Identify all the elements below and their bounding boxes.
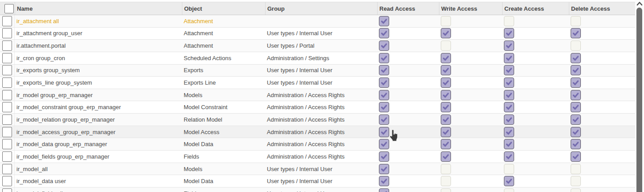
read-access-checkbox[interactable] — [379, 139, 389, 149]
read-access-checkbox[interactable] — [379, 188, 389, 192]
row-select-checkbox[interactable] — [2, 28, 12, 38]
write-access-checkbox[interactable] — [441, 53, 451, 63]
write-access-checkbox[interactable] — [441, 65, 451, 75]
write-access-checkbox[interactable] — [441, 139, 451, 149]
read-access-checkbox[interactable] — [379, 53, 389, 63]
delete-access-checkbox[interactable] — [571, 65, 581, 75]
column-header-create-access[interactable]: Create Access — [502, 2, 569, 15]
row-select-checkbox[interactable] — [2, 114, 12, 125]
read-access-checkbox[interactable] — [379, 78, 389, 88]
table-row[interactable]: ir_exports group_system Exports User typ… — [0, 65, 635, 77]
delete-access-checkbox[interactable] — [571, 102, 581, 112]
select-all-checkbox[interactable] — [4, 4, 14, 13]
table-row[interactable]: ir_model_access_group_erp_manager Model … — [0, 126, 635, 139]
read-access-checkbox[interactable] — [379, 151, 389, 162]
table-row[interactable]: ir_model_all Models User types / Interna… — [0, 163, 635, 176]
table-row[interactable]: ir_model_constraint group_erp_manager Mo… — [0, 101, 635, 114]
delete-access-checkbox[interactable] — [571, 188, 581, 192]
create-access-checkbox[interactable] — [504, 164, 514, 174]
write-access-checkbox[interactable] — [441, 127, 451, 137]
create-access-checkbox[interactable] — [504, 41, 514, 51]
table-row[interactable]: ir_cron group_cron Scheduled Actions Adm… — [0, 52, 635, 65]
delete-access-checkbox[interactable] — [571, 90, 581, 100]
read-access-checkbox[interactable] — [379, 65, 389, 75]
table-row[interactable]: ir_model_fields group_erp_manager Fields… — [0, 151, 635, 163]
delete-access-checkbox[interactable] — [571, 16, 581, 26]
table-row[interactable]: ir.attachment.portal Attachment User typ… — [0, 40, 635, 52]
row-select-checkbox[interactable] — [2, 188, 12, 192]
table-row[interactable]: ir_model_data user Model Data User types… — [0, 175, 635, 188]
column-header-delete-access[interactable]: Delete Access — [569, 2, 635, 15]
column-header-read-access[interactable]: Read Access — [377, 2, 439, 15]
write-access-checkbox[interactable] — [441, 151, 451, 162]
write-access-checkbox[interactable] — [441, 16, 451, 26]
create-access-checkbox[interactable] — [504, 28, 514, 38]
table-row[interactable]: ir_model_fields all Fields User types / … — [0, 188, 635, 192]
row-select-checkbox[interactable] — [2, 102, 12, 112]
create-access-checkbox[interactable] — [504, 78, 514, 88]
delete-access-checkbox[interactable] — [571, 28, 581, 38]
read-access-checkbox[interactable] — [379, 102, 389, 112]
write-access-checkbox[interactable] — [441, 164, 451, 174]
row-select-checkbox[interactable] — [2, 53, 12, 63]
row-select-checkbox[interactable] — [2, 90, 12, 100]
create-access-checkbox[interactable] — [504, 90, 514, 100]
table-row[interactable]: ir_attachment group_user Attachment User… — [0, 28, 635, 40]
row-select-checkbox[interactable] — [2, 16, 12, 26]
delete-access-checkbox[interactable] — [571, 164, 581, 174]
delete-access-checkbox[interactable] — [571, 114, 581, 125]
row-select-checkbox[interactable] — [2, 151, 12, 162]
row-select-checkbox[interactable] — [2, 164, 12, 174]
delete-access-checkbox[interactable] — [571, 127, 581, 137]
scrollbar-thumb[interactable] — [636, 8, 642, 192]
row-select-checkbox[interactable] — [2, 127, 12, 137]
delete-access-checkbox[interactable] — [571, 53, 581, 63]
create-access-checkbox[interactable] — [504, 65, 514, 75]
row-select-checkbox[interactable] — [2, 41, 12, 51]
column-header-write-access[interactable]: Write Access — [439, 2, 502, 15]
create-access-checkbox[interactable] — [504, 16, 514, 26]
delete-access-checkbox[interactable] — [571, 78, 581, 88]
write-access-checkbox[interactable] — [441, 78, 451, 88]
delete-access-checkbox[interactable] — [571, 139, 581, 149]
scroll-up-icon[interactable] — [636, 1, 643, 6]
write-access-checkbox[interactable] — [441, 188, 451, 192]
column-header-group[interactable]: Group — [265, 2, 377, 15]
table-row[interactable]: ir_model_relation group_erp_manager Rela… — [0, 114, 635, 126]
table-row[interactable]: ir_model_data group_erp_manager Model Da… — [0, 138, 635, 151]
vertical-scrollbar[interactable] — [635, 0, 644, 192]
row-select-checkbox[interactable] — [2, 176, 12, 186]
create-access-checkbox[interactable] — [504, 114, 514, 125]
write-access-checkbox[interactable] — [441, 102, 451, 112]
table-row[interactable]: ir_model group_erp_manager Models Admini… — [0, 89, 635, 102]
row-select-checkbox[interactable] — [2, 78, 12, 88]
create-access-checkbox[interactable] — [504, 53, 514, 63]
delete-access-checkbox[interactable] — [571, 41, 581, 51]
read-access-checkbox[interactable] — [379, 127, 389, 137]
write-access-checkbox[interactable] — [441, 114, 451, 125]
delete-access-checkbox[interactable] — [571, 151, 581, 162]
read-access-checkbox[interactable] — [379, 16, 389, 26]
write-access-checkbox[interactable] — [441, 176, 451, 186]
create-access-checkbox[interactable] — [504, 102, 514, 112]
row-select-checkbox[interactable] — [2, 65, 12, 75]
row-select-checkbox[interactable] — [2, 139, 12, 149]
create-access-checkbox[interactable] — [504, 151, 514, 162]
table-row[interactable]: ir_attachment all Attachment — [0, 15, 635, 28]
read-access-checkbox[interactable] — [379, 28, 389, 38]
delete-access-checkbox[interactable] — [571, 176, 581, 186]
column-header-object[interactable]: Object — [182, 2, 265, 15]
read-access-checkbox[interactable] — [379, 114, 389, 125]
read-access-checkbox[interactable] — [379, 90, 389, 100]
create-access-checkbox[interactable] — [504, 176, 514, 186]
write-access-checkbox[interactable] — [441, 41, 451, 51]
create-access-checkbox[interactable] — [504, 127, 514, 137]
read-access-checkbox[interactable] — [379, 176, 389, 186]
column-header-name[interactable]: Name — [15, 2, 182, 15]
write-access-checkbox[interactable] — [441, 90, 451, 100]
read-access-checkbox[interactable] — [379, 164, 389, 174]
create-access-checkbox[interactable] — [504, 188, 514, 192]
write-access-checkbox[interactable] — [441, 28, 451, 38]
create-access-checkbox[interactable] — [504, 139, 514, 149]
table-row[interactable]: ir_exports_line group_system Exports Lin… — [0, 77, 635, 89]
